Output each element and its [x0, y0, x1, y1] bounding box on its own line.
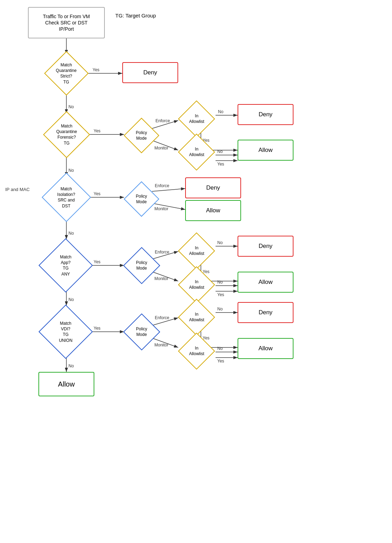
in-allowlist-4b: InAllowlist	[176, 337, 217, 365]
in-allowlist-4a: InAllowlist	[176, 303, 217, 331]
policy-mode-4-diamond: PolicyMode	[124, 317, 159, 347]
policy-mode-1-diamond: PolicyMode	[124, 122, 159, 149]
svg-text:No: No	[68, 104, 74, 109]
policy-mode-2-diamond: PolicyMode	[124, 185, 159, 213]
ip-mac-label: IP and MAC	[5, 187, 30, 193]
svg-text:No: No	[217, 307, 223, 311]
in-allowlist-3a: InAllowlist	[176, 237, 217, 265]
svg-text:No: No	[217, 280, 223, 285]
deny-4: Deny	[238, 236, 293, 257]
svg-text:No: No	[217, 240, 223, 245]
allow-5: Allow	[38, 372, 94, 396]
svg-text:No: No	[68, 297, 74, 302]
svg-text:No: No	[68, 364, 74, 368]
svg-text:Yes: Yes	[217, 359, 224, 364]
svg-text:Yes: Yes	[94, 191, 101, 196]
policy-mode-3-diamond: PolicyMode	[124, 251, 159, 280]
allow-3: Allow	[238, 272, 293, 293]
svg-text:Yes: Yes	[217, 162, 224, 167]
in-allowlist-1b: InAllowlist	[176, 138, 217, 166]
deny-3: Deny	[185, 177, 241, 198]
tg-legend: TG: Target Group	[115, 12, 156, 19]
svg-text:Yes: Yes	[94, 259, 101, 264]
svg-text:No: No	[217, 346, 223, 351]
quarantine-forensic-diamond: MatchQuarantineForensic?TG	[42, 113, 91, 155]
allow-4: Allow	[238, 338, 293, 359]
svg-text:No: No	[68, 231, 74, 236]
start-box: Traffic To or From VMCheck SRC or DSTIP/…	[28, 7, 105, 38]
in-allowlist-3b: InAllowlist	[176, 271, 217, 299]
svg-text:No: No	[217, 149, 223, 154]
svg-text:Yes: Yes	[94, 326, 101, 331]
match-vdi-diamond: MatchVDI?TGUNION	[39, 306, 92, 358]
in-allowlist-1a: InAllowlist	[176, 105, 217, 133]
quarantine-strict-diamond: MatchQuarantineStrict?TG	[42, 54, 91, 93]
svg-text:Yes: Yes	[94, 129, 101, 133]
svg-text:No: No	[218, 109, 224, 114]
match-isolation-diamond: MatchIsolation?SRC andDST	[40, 176, 93, 218]
svg-text:Yes: Yes	[217, 292, 224, 297]
allow-1: Allow	[238, 140, 293, 161]
deny-2: Deny	[238, 104, 293, 125]
allow-2: Allow	[185, 200, 241, 221]
svg-text:Yes: Yes	[93, 67, 100, 72]
deny-1: Deny	[122, 62, 178, 83]
match-app-diamond: MatchApp?TGANY	[39, 239, 92, 292]
deny-5: Deny	[238, 302, 293, 323]
svg-text:No: No	[68, 168, 74, 173]
